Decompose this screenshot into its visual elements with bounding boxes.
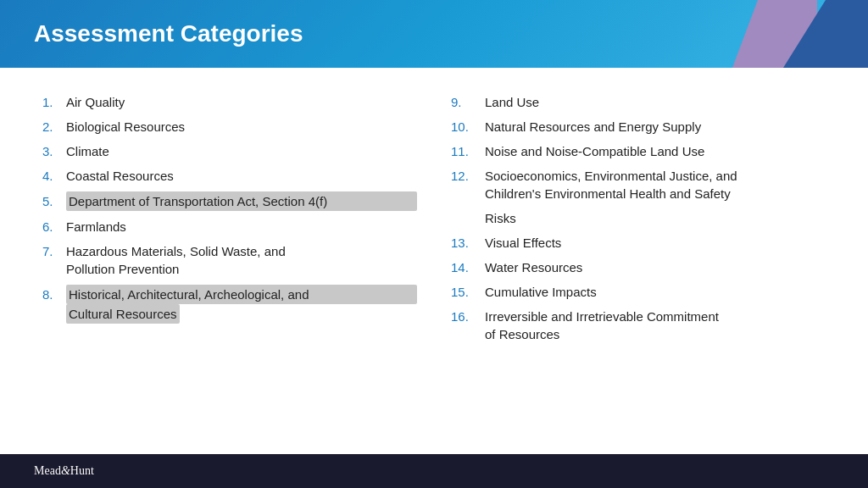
list-item: 4. Coastal Resources (42, 167, 417, 185)
list-number: 1. (42, 93, 66, 111)
list-item: 2. Biological Resources (42, 118, 417, 136)
list-item: 9. Land Use (451, 93, 826, 111)
list-text: Farmlands (66, 218, 417, 236)
list-item: 11. Noise and Noise-Compatible Land Use (451, 142, 826, 160)
list-number: 16. (451, 308, 485, 325)
list-text: Natural Resources and Energy Supply (485, 118, 826, 136)
main-content: 1. Air Quality 2. Biological Resources 3… (0, 68, 868, 454)
list-item: 12. Socioeconomics, Environmental Justic… (451, 167, 826, 185)
shape-triangle (783, 0, 826, 68)
list-number: 5. (42, 192, 66, 210)
list-text: Visual Effects (485, 234, 826, 252)
list-text: Socioeconomics, Environmental Justice, a… (485, 167, 826, 185)
left-column: 1. Air Quality 2. Biological Resources 3… (42, 93, 417, 446)
list-continuation: Pollution Prevention (66, 260, 417, 278)
list-number: 9. (451, 93, 485, 111)
list-number: 3. (42, 142, 66, 160)
list-number: 15. (451, 283, 485, 301)
list-item: 16. Irreversible and Irretrievable Commi… (451, 308, 826, 325)
shape-navy (826, 0, 868, 68)
list-text: Cumulative Impacts (485, 283, 826, 301)
list-number: 13. (451, 234, 485, 252)
list-item: 5. Department of Transportation Act, Sec… (42, 191, 417, 211)
list-continuation: of Resources (485, 325, 826, 343)
list-text: Biological Resources (66, 118, 417, 136)
list-item: 7. Hazardous Materials, Solid Waste, and (42, 242, 417, 260)
list-text: Climate (66, 142, 417, 160)
list-number: 4. (42, 167, 66, 185)
list-text: Air Quality (66, 93, 417, 111)
list-item-multiline: 7. Hazardous Materials, Solid Waste, and… (42, 242, 417, 278)
list-text-highlighted: Historical, Architectural, Archeological… (66, 285, 417, 304)
columns-container: 1. Air Quality 2. Biological Resources 3… (42, 93, 826, 446)
list-item-multiline: 12. Socioeconomics, Environmental Justic… (451, 167, 826, 227)
list-number: 14. (451, 258, 485, 276)
list-item: 15. Cumulative Impacts (451, 283, 826, 301)
list-continuation: Children's Environmental Health and Safe… (485, 185, 826, 202)
shape-container (682, 0, 868, 68)
header: Assessment Categories (0, 0, 868, 68)
list-item: 10. Natural Resources and Energy Supply (451, 118, 826, 136)
list-continuation: Risks (485, 209, 826, 227)
right-column: 9. Land Use 10. Natural Resources and En… (451, 93, 826, 446)
list-item-multiline: 16. Irreversible and Irretrievable Commi… (451, 308, 826, 343)
list-text: Noise and Noise-Compatible Land Use (485, 142, 826, 160)
list-item: 3. Climate (42, 142, 417, 160)
list-number: 8. (42, 286, 66, 303)
list-item: 14. Water Resources (451, 258, 826, 276)
list-text: Hazardous Materials, Solid Waste, and (66, 242, 417, 260)
list-text: Irreversible and Irretrievable Commitmen… (485, 308, 826, 325)
footer: Mead&Hunt (0, 454, 868, 488)
list-continuation: Cultural Resources (66, 304, 180, 324)
list-text: Coastal Resources (66, 167, 417, 185)
list-item: 6. Farmlands (42, 218, 417, 236)
list-number: 12. (451, 167, 485, 185)
list-number: 2. (42, 118, 66, 136)
list-item: 1. Air Quality (42, 93, 417, 111)
list-item-multiline: 8. Historical, Architectural, Archeologi… (42, 285, 417, 330)
list-number: 10. (451, 118, 485, 136)
list-text-highlighted: Department of Transportation Act, Sectio… (66, 191, 417, 211)
list-item: 13. Visual Effects (451, 234, 826, 252)
list-number: 6. (42, 218, 66, 236)
list-item: 8. Historical, Architectural, Archeologi… (42, 285, 417, 304)
page-title: Assessment Categories (34, 20, 303, 47)
list-text: Water Resources (485, 258, 826, 276)
list-text: Land Use (485, 93, 826, 111)
list-number: 11. (451, 142, 485, 160)
list-number: 7. (42, 242, 66, 260)
footer-logo: Mead&Hunt (34, 464, 94, 478)
header-decoration (682, 0, 868, 68)
